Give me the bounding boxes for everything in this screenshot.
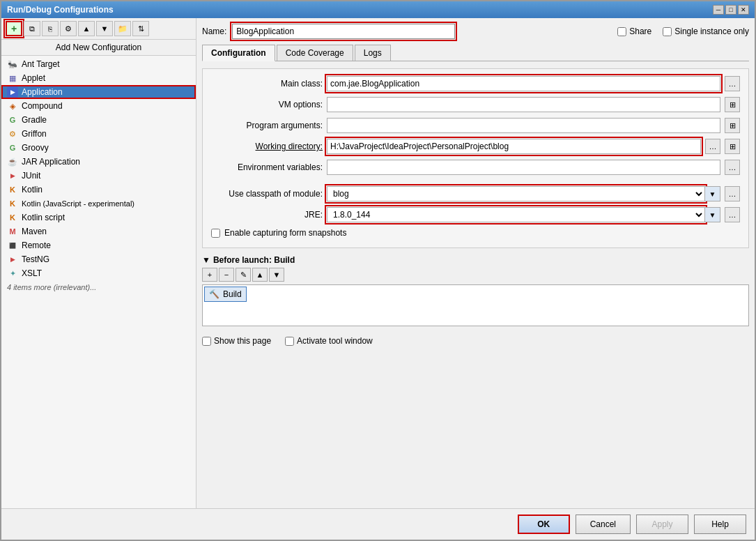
tree-item-application[interactable]: ▶ Application — [1, 85, 196, 99]
tab-logs[interactable]: Logs — [355, 45, 391, 61]
share-checkbox-label[interactable]: Share — [617, 26, 651, 36]
tree-item-label: Kotlin (JavaScript - experimental) — [22, 199, 134, 208]
tab-configuration[interactable]: Configuration — [202, 45, 275, 61]
config-tree-list[interactable]: 🐜 Ant Target ▦ Applet ▶ Application ◈ Co… — [1, 56, 196, 508]
maven-icon: M — [7, 226, 18, 237]
minimize-button[interactable]: ─ — [713, 5, 724, 15]
before-launch-section: ▼ Before launch: Build + − ✎ ▲ ▼ 🔨 Build — [202, 255, 749, 326]
env-vars-browse-button[interactable]: … — [725, 160, 740, 175]
dialog-footer: OK Cancel Apply Help — [1, 508, 755, 540]
enable-snapshots-label: Enable capturing form snapshots — [224, 228, 346, 238]
tree-item-ant-target[interactable]: 🐜 Ant Target — [1, 57, 196, 71]
paste-button[interactable]: ⎘ — [42, 21, 59, 36]
jre-dropdown-button[interactable]: ▼ — [705, 207, 720, 222]
working-dir-label: Working directory: — [211, 142, 323, 151]
working-dir-browse-button[interactable]: … — [705, 139, 720, 154]
move-down-button[interactable]: ▼ — [96, 21, 113, 36]
vm-options-expand-button[interactable]: ⊞ — [725, 97, 740, 112]
tree-item-label: JAR Application — [22, 157, 80, 167]
tree-item-compound[interactable]: ◈ Compound — [1, 99, 196, 113]
add-configuration-button[interactable]: + — [6, 21, 22, 36]
working-dir-input[interactable] — [327, 139, 701, 154]
name-input[interactable] — [232, 24, 455, 39]
compound-icon: ◈ — [7, 100, 18, 112]
classpath-module-dropdown-button[interactable]: ▼ — [705, 186, 720, 201]
activate-tool-window-checkbox[interactable] — [285, 337, 294, 346]
share-checkbox[interactable] — [617, 27, 626, 36]
tree-item-label: Groovy — [22, 143, 49, 153]
before-launch-move-down-button[interactable]: ▼ — [269, 268, 284, 282]
run-debug-configurations-dialog: Run/Debug Configurations ─ □ ✕ + ⧉ ⎘ ⚙ ▲… — [0, 0, 756, 541]
configuration-form: Main class: … VM options: ⊞ Program argu… — [202, 68, 749, 248]
jre-label: JRE: — [211, 210, 323, 220]
settings-button[interactable]: ⚙ — [60, 21, 77, 36]
tree-item-jar-application[interactable]: ☕ JAR Application — [1, 155, 196, 169]
main-class-browse-button[interactable]: … — [725, 76, 740, 91]
env-vars-label: Environment variables: — [211, 162, 323, 172]
left-panel: + ⧉ ⎘ ⚙ ▲ ▼ 📁 ⇅ Add New Configuration 🐜 … — [1, 18, 196, 508]
main-class-input[interactable] — [327, 76, 720, 91]
apply-button[interactable]: Apply — [636, 515, 688, 534]
tree-item-testng[interactable]: ▶ TestNG — [1, 252, 196, 266]
jre-select-container: 1.8.0_144 ▼ — [327, 207, 720, 222]
vm-options-input[interactable] — [327, 97, 720, 112]
tree-item-label: XSLT — [22, 268, 42, 278]
classpath-module-label: Use classpath of module: — [211, 189, 323, 199]
sort-button[interactable]: ⇅ — [132, 21, 149, 36]
tree-item-junit[interactable]: ▶ JUnit — [1, 169, 196, 183]
before-launch-edit-button[interactable]: ✎ — [236, 268, 251, 282]
tree-item-griffon[interactable]: ⚙ Griffon — [1, 127, 196, 141]
tree-item-gradle[interactable]: G Gradle — [1, 113, 196, 127]
classpath-module-select[interactable]: blog — [327, 186, 705, 201]
tree-item-maven[interactable]: M Maven — [1, 224, 196, 238]
before-launch-add-button[interactable]: + — [202, 268, 217, 282]
cancel-button[interactable]: Cancel — [576, 515, 631, 534]
before-launch-header[interactable]: ▼ Before launch: Build — [202, 255, 749, 265]
classpath-module-browse-button[interactable]: … — [725, 186, 740, 201]
help-button[interactable]: Help — [694, 515, 746, 534]
tree-item-label: Ant Target — [22, 59, 59, 69]
before-launch-build-item[interactable]: 🔨 Build — [204, 287, 247, 302]
tree-item-remote[interactable]: ⬛ Remote — [1, 238, 196, 252]
env-vars-input[interactable] — [327, 160, 720, 175]
show-page-label[interactable]: Show this page — [202, 336, 271, 346]
program-args-input[interactable] — [327, 118, 720, 133]
program-args-expand-button[interactable]: ⊞ — [725, 118, 740, 133]
enable-snapshots-checkbox[interactable] — [211, 229, 220, 238]
share-options: Share Single instance only — [617, 26, 749, 36]
tree-item-applet[interactable]: ▦ Applet — [1, 71, 196, 85]
tab-code-coverage[interactable]: Code Coverage — [277, 45, 353, 61]
main-class-label: Main class: — [211, 79, 323, 89]
working-dir-expand-button[interactable]: ⊞ — [725, 139, 740, 154]
tree-item-kotlin-script[interactable]: K Kotlin script — [1, 211, 196, 224]
tree-item-xslt[interactable]: ✦ XSLT — [1, 266, 196, 280]
tree-item-label: Applet — [22, 73, 45, 83]
single-instance-checkbox-label[interactable]: Single instance only — [663, 26, 749, 36]
close-button[interactable]: ✕ — [738, 5, 749, 15]
jre-select[interactable]: 1.8.0_144 — [327, 207, 705, 222]
activate-tool-window-label[interactable]: Activate tool window — [285, 336, 373, 346]
groovy-icon: G — [7, 142, 18, 153]
tree-item-label: TestNG — [22, 254, 49, 264]
move-up-button[interactable]: ▲ — [78, 21, 95, 36]
tree-item-groovy[interactable]: G Groovy — [1, 141, 196, 155]
show-page-checkbox[interactable] — [202, 337, 211, 346]
folder-button[interactable]: 📁 — [114, 21, 131, 36]
copy-button[interactable]: ⧉ — [24, 21, 40, 36]
ok-button[interactable]: OK — [518, 515, 570, 534]
working-dir-row: Working directory: … ⊞ — [211, 139, 740, 154]
junit-icon: ▶ — [7, 170, 18, 181]
tree-item-kotlin-js[interactable]: K Kotlin (JavaScript - experimental) — [1, 197, 196, 211]
before-launch-move-up-button[interactable]: ▲ — [252, 268, 268, 282]
more-items-link[interactable]: 4 items more (irrelevant)... — [1, 280, 196, 294]
jre-browse-button[interactable]: … — [725, 207, 740, 222]
vm-options-row: VM options: ⊞ — [211, 97, 740, 112]
maximize-button[interactable]: □ — [725, 5, 736, 15]
single-instance-checkbox[interactable] — [663, 27, 672, 36]
testng-icon: ▶ — [7, 254, 18, 265]
before-launch-remove-button[interactable]: − — [219, 268, 234, 282]
title-bar-buttons: ─ □ ✕ — [713, 5, 749, 15]
tree-item-kotlin[interactable]: K Kotlin — [1, 183, 196, 197]
kotlin-js-icon: K — [7, 198, 18, 209]
jre-row: JRE: 1.8.0_144 ▼ … — [211, 207, 740, 222]
